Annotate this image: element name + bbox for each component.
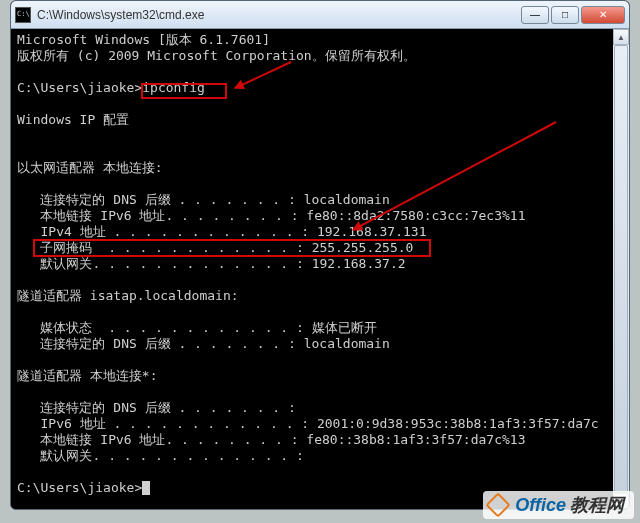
line: 隧道适配器 isatap.localdomain:: [17, 288, 239, 303]
watermark-logo-icon: [486, 492, 511, 517]
line: 连接特定的 DNS 后缀 . . . . . . . :: [17, 400, 296, 415]
maximize-button[interactable]: □: [551, 6, 579, 24]
line: Microsoft Windows [版本 6.1.7601]: [17, 32, 270, 47]
watermark-suffix: 教程网: [570, 493, 624, 517]
line: 子网掩码 . . . . . . . . . . . . : 255.255.2…: [17, 240, 413, 255]
terminal-output[interactable]: Microsoft Windows [版本 6.1.7601] 版权所有 (c)…: [11, 29, 629, 509]
cmd-window: C:\Windows\system32\cmd.exe — □ ✕ Micros…: [10, 0, 630, 510]
line: 默认网关. . . . . . . . . . . . . :: [17, 448, 304, 463]
line: 默认网关. . . . . . . . . . . . . : 192.168.…: [17, 256, 406, 271]
line: 本地链接 IPv6 地址. . . . . . . . : fe80::38b8…: [17, 432, 525, 447]
line: 隧道适配器 本地连接*:: [17, 368, 157, 383]
line: 以太网适配器 本地连接:: [17, 160, 163, 175]
window-buttons: — □ ✕: [521, 6, 625, 24]
line: IPv4 地址 . . . . . . . . . . . . : 192.16…: [17, 224, 427, 239]
close-button[interactable]: ✕: [581, 6, 625, 24]
line: 本地链接 IPv6 地址. . . . . . . . : fe80::8da2…: [17, 208, 525, 223]
titlebar[interactable]: C:\Windows\system32\cmd.exe — □ ✕: [11, 1, 629, 29]
command: ipconfig: [142, 80, 205, 95]
scrollbar[interactable]: ▲ ▼: [613, 29, 629, 509]
line: IPv6 地址 . . . . . . . . . . . . : 2001:0…: [17, 416, 599, 431]
cmd-icon: [15, 7, 31, 23]
prompt: C:\Users\jiaoke>: [17, 480, 142, 495]
prompt: C:\Users\jiaoke>: [17, 80, 142, 95]
scroll-thumb[interactable]: [614, 45, 628, 493]
watermark: Office教程网: [483, 491, 634, 519]
line: 连接特定的 DNS 后缀 . . . . . . . : localdomain: [17, 336, 390, 351]
cursor: [142, 481, 150, 495]
line: 连接特定的 DNS 后缀 . . . . . . . : localdomain: [17, 192, 390, 207]
line: 版权所有 (c) 2009 Microsoft Corporation。保留所有…: [17, 48, 416, 63]
line: Windows IP 配置: [17, 112, 129, 127]
scroll-up-button[interactable]: ▲: [613, 29, 629, 45]
scroll-track[interactable]: [613, 45, 629, 493]
minimize-button[interactable]: —: [521, 6, 549, 24]
window-title: C:\Windows\system32\cmd.exe: [37, 8, 521, 22]
line: 媒体状态 . . . . . . . . . . . . : 媒体已断开: [17, 320, 377, 335]
watermark-text: Office: [515, 495, 566, 516]
